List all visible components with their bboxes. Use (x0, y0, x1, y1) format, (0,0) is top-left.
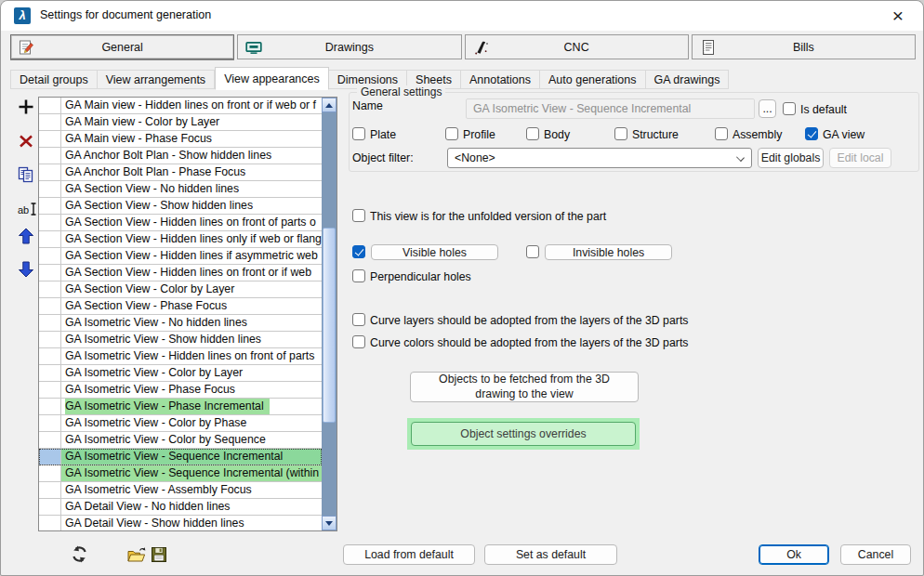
curve-layers-checkbox[interactable] (352, 313, 365, 326)
browse-button[interactable]: ... (759, 99, 776, 118)
list-item[interactable]: GA Section View - Phase Focus (39, 298, 322, 315)
rename-button[interactable]: ab (17, 200, 37, 218)
list-item[interactable]: GA Isometric View - Show hidden lines (39, 332, 322, 348)
tab-drawings[interactable]: Drawings (237, 34, 461, 59)
invisible-holes-checkbox[interactable] (526, 245, 539, 258)
row-selector-cell[interactable] (39, 449, 61, 465)
list-item[interactable]: GA Detail View - Show hidden lines (39, 516, 322, 530)
copy-button[interactable] (17, 165, 37, 184)
subtab-detail-groups[interactable]: Detail groups (10, 70, 98, 89)
move-up-button[interactable] (17, 227, 37, 245)
subtab-ga-drawings[interactable]: GA drawings (646, 70, 730, 89)
visible-holes-checkbox[interactable] (352, 245, 365, 258)
row-selector-cell[interactable] (39, 348, 61, 364)
row-selector-cell[interactable] (39, 432, 61, 448)
subtab-annotations[interactable]: Annotations (461, 70, 540, 89)
set-as-default-button[interactable]: Set as default (484, 544, 617, 565)
ok-button[interactable]: Ok (759, 544, 829, 565)
list-item[interactable]: GA Isometric View - Hidden lines on fron… (39, 348, 322, 365)
row-selector-cell[interactable] (39, 281, 61, 297)
list-item[interactable]: GA Isometric View - Phase Incremental (39, 399, 322, 415)
list-item[interactable]: GA Isometric View - No hidden lines (39, 315, 322, 332)
row-selector-cell[interactable] (39, 332, 61, 347)
load-from-default-button[interactable]: Load from default (343, 544, 475, 565)
list-item[interactable]: GA Anchor Bolt Plan - Show hidden lines (39, 148, 322, 164)
subtab-view-arrangements[interactable]: View arrangements (98, 70, 215, 89)
invisible-holes-button[interactable]: Invisible holes (545, 244, 672, 260)
object-filter-select[interactable]: <None> (447, 148, 752, 168)
checkbox-body[interactable] (526, 127, 539, 140)
row-selector-cell[interactable] (39, 231, 61, 247)
checkbox-plate[interactable] (352, 127, 365, 140)
list-item[interactable]: GA Main view - Hidden lines on front or … (39, 98, 322, 114)
row-selector-cell[interactable] (39, 382, 61, 398)
checkbox-assembly[interactable] (715, 127, 728, 140)
row-selector-cell[interactable] (39, 298, 61, 314)
list-item[interactable]: GA Section View - Hidden lines only if w… (39, 231, 322, 248)
row-selector-cell[interactable] (39, 465, 61, 481)
scrollbar[interactable] (322, 98, 337, 530)
is-default-checkbox[interactable] (783, 102, 796, 115)
scrollbar-thumb[interactable] (323, 228, 336, 423)
tab-general[interactable]: General (10, 34, 234, 59)
row-selector-cell[interactable] (39, 365, 61, 381)
row-selector-cell[interactable] (39, 399, 61, 414)
checkbox-ga-view[interactable] (805, 127, 818, 140)
list-item[interactable]: GA Isometric View - Color by Phase (39, 415, 322, 432)
move-down-button[interactable] (17, 260, 37, 279)
delete-button[interactable] (17, 132, 37, 151)
list-item[interactable]: GA Isometric View - Color by Sequence (39, 432, 322, 449)
open-file-icon[interactable] (126, 546, 148, 567)
fetch-objects-button[interactable]: Objects to be fetched from the 3D drawin… (410, 372, 639, 402)
refresh-icon[interactable] (70, 544, 89, 567)
row-selector-cell[interactable] (39, 181, 61, 197)
close-icon[interactable]: × (886, 4, 910, 28)
row-selector-cell[interactable] (39, 248, 61, 264)
tab-bills[interactable]: Bills (692, 34, 916, 59)
curve-colors-checkbox[interactable] (352, 335, 365, 348)
row-selector-cell[interactable] (39, 131, 61, 147)
subtab-view-appearances[interactable]: View appearances (215, 67, 329, 90)
visible-holes-button[interactable]: Visible holes (371, 244, 498, 260)
row-selector-cell[interactable] (39, 215, 61, 230)
row-selector-cell[interactable] (39, 198, 61, 214)
list-item[interactable]: GA Detail View - No hidden lines (39, 499, 322, 516)
row-selector-cell[interactable] (39, 415, 61, 431)
list-item[interactable]: GA Isometric View - Phase Focus (39, 382, 322, 399)
row-selector-cell[interactable] (39, 114, 61, 130)
checkbox-profile[interactable] (445, 127, 458, 140)
name-field[interactable]: GA Isometric View - Sequence Incremental (466, 98, 755, 119)
row-selector-cell[interactable] (39, 499, 61, 515)
object-settings-overrides-button[interactable]: Object settings overrides (411, 422, 636, 446)
unfolded-checkbox[interactable] (352, 209, 365, 222)
cancel-button[interactable]: Cancel (840, 544, 911, 565)
perpendicular-holes-checkbox[interactable] (352, 269, 365, 282)
row-selector-cell[interactable] (39, 315, 61, 331)
list-item[interactable]: GA Isometric View - Assembly Focus (39, 482, 322, 499)
edit-globals-button[interactable]: Edit globals (758, 148, 824, 168)
row-selector-cell[interactable] (39, 164, 61, 180)
list-item[interactable]: GA Main view - Color by Layer (39, 114, 322, 131)
scroll-down-icon[interactable] (322, 516, 337, 530)
save-icon[interactable] (151, 546, 167, 566)
list-item[interactable]: GA Section View - No hidden lines (39, 181, 322, 198)
row-selector-cell[interactable] (39, 98, 61, 113)
list-item[interactable]: GA Anchor Bolt Plan - Phase Focus (39, 164, 322, 181)
edit-local-button[interactable]: Edit local (829, 148, 891, 168)
scroll-up-icon[interactable] (322, 98, 337, 112)
list-item[interactable]: GA Isometric View - Sequence Incremental… (39, 465, 322, 482)
row-selector-cell[interactable] (39, 148, 61, 164)
list-item[interactable]: GA Section View - Show hidden lines (39, 198, 322, 215)
row-selector-cell[interactable] (39, 516, 61, 530)
list-item[interactable]: GA Isometric View - Color by Layer (39, 365, 322, 382)
checkbox-structure[interactable] (614, 127, 627, 140)
list-item[interactable]: GA Section View - Color by Layer (39, 281, 322, 298)
list-item[interactable]: GA Section View - Hidden lines on front … (39, 265, 322, 281)
subtab-auto-generations[interactable]: Auto generations (540, 70, 646, 89)
add-button[interactable] (17, 98, 37, 116)
row-selector-cell[interactable] (39, 482, 61, 498)
tab-cnc[interactable]: CNC (465, 34, 689, 59)
list-item[interactable]: GA Section View - Hidden lines if asymme… (39, 248, 322, 265)
list-item[interactable]: GA Isometric View - Sequence Incremental (39, 449, 322, 465)
row-selector-cell[interactable] (39, 265, 61, 281)
